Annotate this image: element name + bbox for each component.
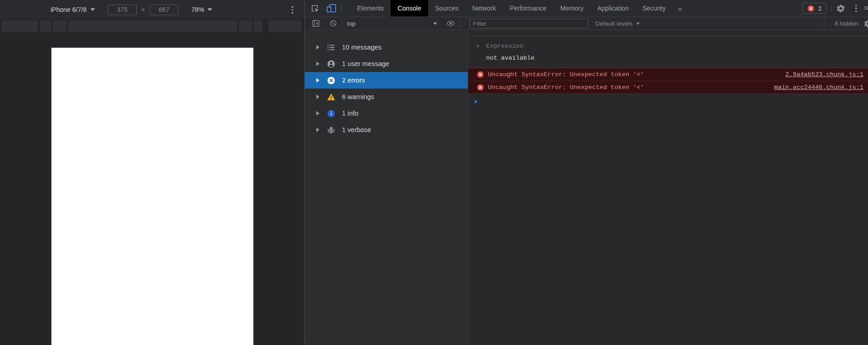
error-circle-icon bbox=[477, 84, 484, 91]
device-emulation-pane: iPhone 6/7/8 × 78% bbox=[0, 0, 304, 345]
log-levels-label: Default levels bbox=[595, 20, 633, 27]
emulated-page-viewport[interactable] bbox=[51, 48, 253, 345]
tab-network[interactable]: Network bbox=[465, 0, 503, 17]
chevron-down-icon bbox=[207, 8, 212, 11]
close-icon[interactable]: ✕ bbox=[863, 4, 868, 12]
gear-icon[interactable] bbox=[836, 4, 845, 13]
disclosure-triangle-icon[interactable] bbox=[316, 128, 319, 132]
bug-icon bbox=[327, 126, 336, 134]
ruler-segment bbox=[40, 20, 51, 32]
clear-console-icon[interactable] bbox=[329, 19, 337, 28]
error-source-link[interactable]: main.acc24446.chunk.js:1 bbox=[774, 84, 863, 91]
disclosure-triangle-icon[interactable] bbox=[316, 78, 319, 83]
device-toolbar: iPhone 6/7/8 × 78% bbox=[0, 0, 304, 19]
disclosure-triangle-icon[interactable] bbox=[316, 95, 319, 99]
sidebar-item-user-messages[interactable]: 1 user message bbox=[305, 56, 468, 72]
ruler-segment bbox=[52, 20, 67, 32]
disclosure-triangle-icon[interactable] bbox=[316, 111, 319, 116]
toggle-device-toolbar-icon[interactable] bbox=[326, 3, 337, 13]
device-ruler-strip bbox=[0, 20, 304, 32]
sidebar-item-label: 6 warnings bbox=[342, 93, 374, 100]
error-circle-icon bbox=[807, 5, 814, 12]
live-expression-result: not available bbox=[468, 52, 868, 64]
error-circle-icon bbox=[477, 71, 484, 78]
error-message-text: Uncaught SyntaxError: Unexpected token '… bbox=[488, 84, 644, 91]
sidebar-item-warnings[interactable]: 6 warnings bbox=[305, 89, 468, 105]
log-levels-select[interactable]: Default levels bbox=[595, 20, 640, 27]
ruler-segment bbox=[239, 20, 252, 32]
tab-performance[interactable]: Performance bbox=[503, 0, 553, 17]
error-count: 2 bbox=[818, 5, 822, 12]
frame-context-select[interactable]: top bbox=[347, 20, 437, 27]
divider bbox=[824, 19, 824, 28]
ruler-segment bbox=[68, 20, 237, 32]
disclosure-triangle-icon[interactable] bbox=[316, 45, 319, 50]
sidebar-item-label: 1 info bbox=[342, 110, 358, 117]
console-error-message[interactable]: Uncaught SyntaxError: Unexpected token '… bbox=[468, 68, 868, 81]
sidebar-item-verbose[interactable]: 1 verbose bbox=[305, 122, 468, 138]
hidden-messages-count: 8 hidden bbox=[834, 20, 858, 27]
device-type-select[interactable]: iPhone 6/7/8 bbox=[50, 6, 95, 13]
device-width-input[interactable] bbox=[108, 5, 137, 15]
console-messages-area: ✕ Expression not available Uncaught Synt… bbox=[468, 30, 868, 345]
console-prompt-chevron-icon bbox=[474, 99, 480, 105]
sidebar-item-info[interactable]: 1 info bbox=[305, 105, 468, 122]
console-sidebar-toggle-icon[interactable] bbox=[311, 19, 320, 28]
warning-icon bbox=[327, 93, 336, 101]
chevron-down-icon bbox=[90, 8, 95, 11]
chevron-down-icon bbox=[433, 22, 437, 25]
device-type-label: iPhone 6/7/8 bbox=[50, 6, 87, 13]
ruler-segment bbox=[269, 20, 301, 32]
error-source-link[interactable]: 2.9a4ab523.chunk.js:1 bbox=[785, 71, 863, 78]
device-height-input[interactable] bbox=[150, 5, 179, 15]
divider bbox=[342, 19, 342, 28]
devtools-window: iPhone 6/7/8 × 78% bbox=[0, 0, 868, 345]
console-body: 10 messages 1 user message bbox=[305, 30, 868, 345]
error-icon bbox=[327, 76, 336, 85]
close-icon[interactable]: ✕ bbox=[476, 43, 482, 50]
devtools-tab-bar: Elements Console Sources Network Perform… bbox=[305, 0, 868, 17]
console-settings-gear-icon[interactable] bbox=[864, 19, 868, 28]
console-filter-input[interactable] bbox=[470, 19, 588, 28]
disclosure-triangle-icon[interactable] bbox=[316, 61, 319, 66]
device-zoom-select[interactable]: 78% bbox=[191, 6, 212, 13]
chevron-down-icon bbox=[636, 22, 640, 25]
sidebar-item-label: 10 messages bbox=[342, 44, 381, 51]
devtools-pane: Elements Console Sources Network Perform… bbox=[304, 0, 868, 345]
dimension-separator: × bbox=[141, 6, 145, 13]
eye-icon[interactable] bbox=[446, 19, 455, 28]
console-toolbar: top Default levels 8 hidden bbox=[305, 17, 868, 30]
error-count-badge[interactable]: 2 bbox=[802, 3, 827, 14]
panel-tabs: Elements Console Sources Network Perform… bbox=[350, 0, 672, 17]
tab-elements[interactable]: Elements bbox=[350, 0, 391, 17]
tab-security[interactable]: Security bbox=[636, 0, 673, 17]
devtools-menu-button[interactable] bbox=[855, 5, 857, 12]
frame-context-value: top bbox=[347, 20, 356, 27]
divider bbox=[831, 4, 832, 12]
tab-application[interactable]: Application bbox=[590, 0, 636, 17]
user-icon bbox=[327, 60, 336, 68]
tab-sources[interactable]: Sources bbox=[428, 0, 465, 17]
ruler-segment bbox=[1, 20, 38, 32]
tab-memory[interactable]: Memory bbox=[554, 0, 591, 17]
device-toolbar-menu-button[interactable] bbox=[291, 6, 293, 14]
sidebar-item-label: 1 verbose bbox=[342, 126, 371, 134]
more-tabs-button[interactable]: » bbox=[672, 5, 687, 12]
tab-console[interactable]: Console bbox=[391, 0, 428, 17]
divider bbox=[460, 19, 460, 28]
sidebar-item-errors[interactable]: 2 errors bbox=[305, 72, 468, 89]
live-expression-block: ✕ Expression not available bbox=[468, 36, 868, 68]
ruler-segment bbox=[254, 20, 263, 32]
live-expression-placeholder: Expression bbox=[486, 43, 523, 50]
device-zoom-label: 78% bbox=[191, 6, 204, 13]
console-prompt[interactable] bbox=[468, 94, 868, 105]
error-message-text: Uncaught SyntaxError: Unexpected token '… bbox=[488, 71, 644, 78]
console-sidebar: 10 messages 1 user message bbox=[305, 30, 468, 345]
live-expression-editor[interactable]: ✕ Expression bbox=[468, 40, 868, 52]
divider bbox=[342, 4, 342, 12]
inspect-cursor-icon[interactable] bbox=[310, 4, 320, 13]
list-icon bbox=[327, 43, 336, 52]
sidebar-item-all-messages[interactable]: 10 messages bbox=[305, 39, 468, 56]
tab-bar-right-controls: 2 ✕ bbox=[802, 3, 868, 14]
console-error-message[interactable]: Uncaught SyntaxError: Unexpected token '… bbox=[468, 81, 868, 94]
